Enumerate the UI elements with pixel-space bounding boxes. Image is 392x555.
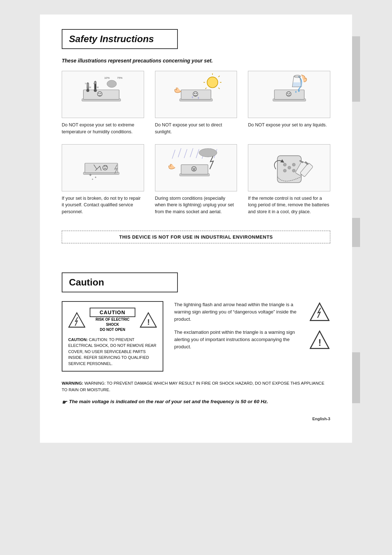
illustration-sun: [155, 71, 237, 118]
svg-text:H: H: [97, 86, 99, 89]
svg-text:✦: ✦: [89, 173, 92, 177]
svg-marker-78: [310, 303, 328, 321]
svg-point-53: [193, 168, 193, 169]
right-tab-bottom: [352, 352, 360, 403]
svg-point-24: [196, 93, 197, 94]
caution-header: Caution: [62, 272, 178, 292]
svg-text:5°: 5°: [85, 82, 87, 85]
caption-liquid: Do NOT expose your set to any liquids.: [248, 122, 330, 129]
lightning-text: The lightning flash and arrow head withi…: [174, 301, 303, 323]
svg-point-4: [100, 93, 101, 94]
svg-text:75%: 75%: [117, 76, 123, 80]
illustration-cell-sun: Do NOT expose your set to direct sunligh…: [155, 71, 237, 135]
svg-text:!: !: [147, 317, 150, 326]
svg-point-23: [194, 93, 195, 94]
svg-point-25: [192, 97, 193, 98]
industrial-warning-text: THIS DEVICE IS NOT FOR USE IN INDUSTRIAL…: [69, 234, 323, 240]
svg-line-57: [178, 148, 181, 157]
svg-line-31: [219, 88, 220, 89]
caption-temp: Do NOT expose your set to extreme temper…: [62, 122, 144, 135]
svg-line-56: [172, 150, 175, 159]
svg-point-10: [94, 89, 97, 92]
svg-point-66: [283, 163, 286, 166]
caution-title: Caution: [69, 277, 171, 288]
caution-right: The lightning flash and arrow head withi…: [174, 301, 330, 357]
svg-point-67: [292, 163, 295, 166]
warning-line: WARNING: WARNING: TO PREVENT DAMAGE WHIC…: [62, 380, 330, 393]
svg-marker-75: [69, 313, 85, 327]
illustration-storm: [155, 144, 237, 191]
svg-line-60: [196, 149, 199, 158]
right-tab-middle: [352, 218, 360, 247]
page-title: Safety Instructions: [69, 33, 171, 45]
svg-point-13: [107, 80, 117, 88]
industrial-warning-box: THIS DEVICE IS NOT FOR USE IN INDUSTRIAL…: [62, 231, 330, 243]
warning-text: WARNING: TO PREVENT DAMAGE WHICH MAY RES…: [62, 381, 324, 392]
svg-rect-8: [87, 87, 89, 89]
caution-body-text: CAUTION: CAUTION: TO PREVENT ELECTRICAL …: [68, 337, 157, 367]
lightning-triangle-left: [68, 311, 85, 329]
svg-point-40: [298, 90, 299, 92]
svg-point-69: [292, 169, 295, 172]
caption-broken: If your set is broken, do not try to rep…: [62, 195, 144, 215]
illustration-liquid: [248, 71, 330, 118]
main-voltage: ☛ The main voltage is indicated on the r…: [62, 399, 330, 406]
illustration-broken: x x ✦ ✦ ✦: [62, 144, 144, 191]
caution-sub1: RISK OF ELECTRIC SHOCK DO NOT OPEN: [90, 317, 135, 332]
exclamation-text: The exclamation point within the triangl…: [174, 329, 303, 351]
caution-section: Caution CAUTION RISK OF ELECTRIC SHOCK D…: [62, 272, 330, 406]
svg-point-6: [86, 89, 89, 92]
svg-point-70: [288, 166, 291, 169]
svg-point-27: [207, 77, 218, 88]
caption-storm: During storm conditions (especially when…: [155, 195, 237, 215]
bullet-icon: ☛: [62, 399, 67, 406]
main-voltage-text: The main voltage is indicated on the rea…: [69, 399, 268, 404]
svg-rect-35: [274, 90, 304, 100]
right-tab-top: [352, 36, 360, 102]
caution-label: CAUTION: [90, 308, 135, 317]
svg-text:!: !: [318, 337, 321, 348]
caption-batteries: If the remote control is not used for a …: [248, 195, 330, 215]
svg-text:✦: ✦: [94, 176, 97, 179]
safety-instructions-header: Safety Instructions: [62, 29, 178, 49]
page-footer: English-3: [62, 417, 330, 421]
footer-text: English-3: [312, 417, 330, 421]
svg-point-26: [198, 97, 199, 99]
svg-text:H: H: [89, 86, 91, 89]
svg-rect-43: [85, 163, 118, 173]
illustrations-subtitle: These illustrations represent precaution…: [62, 58, 330, 64]
lightning-row: The lightning flash and arrow head withi…: [174, 301, 330, 323]
svg-point-64: [199, 149, 217, 157]
caution-box: CAUTION RISK OF ELECTRIC SHOCK DO NOT OP…: [62, 301, 163, 372]
svg-point-41: [295, 91, 296, 93]
illustration-cell-temp: 10% 75% H H 40° 5° Do NOT expose your se…: [62, 71, 144, 135]
page: Safety Instructions These illustrations …: [40, 15, 352, 443]
illustration-batteries: [248, 144, 330, 191]
svg-point-38: [289, 93, 290, 94]
svg-rect-21: [181, 90, 211, 100]
svg-line-29: [219, 76, 220, 77]
illustration-cell-batteries: If the remote control is not used for a …: [248, 144, 330, 215]
caution-box-inner: CAUTION RISK OF ELECTRIC SHOCK DO NOT OP…: [68, 308, 157, 332]
caution-content: CAUTION RISK OF ELECTRIC SHOCK DO NOT OP…: [62, 301, 330, 372]
illustration-cell-liquid: Do NOT expose your set to any liquids.: [248, 71, 330, 135]
illustration-grid: 10% 75% H H 40° 5° Do NOT expose your se…: [62, 71, 330, 215]
svg-point-37: [287, 93, 288, 94]
exclamation-triangle-left: !: [140, 311, 157, 329]
illustration-cell-storm: During storm conditions (especially when…: [155, 144, 237, 215]
svg-rect-12: [95, 84, 96, 89]
exclamation-row: The exclamation point within the triangl…: [174, 329, 330, 351]
svg-line-32: [205, 88, 206, 89]
lightning-triangle-icon: [309, 301, 330, 323]
exclamation-triangle-icon: !: [309, 329, 330, 351]
illustration-cell-broken: x x ✦ ✦ ✦ If your set is broken, do not …: [62, 144, 144, 215]
svg-line-59: [190, 148, 193, 157]
svg-point-68: [283, 169, 286, 172]
svg-point-54: [194, 168, 195, 169]
caption-sun: Do NOT expose your set to direct sunligh…: [155, 122, 237, 135]
svg-line-58: [184, 149, 187, 158]
svg-point-3: [98, 93, 99, 94]
illustration-temp: 10% 75% H H 40° 5°: [62, 71, 144, 118]
svg-text:✦: ✦: [91, 178, 94, 181]
svg-text:40°: 40°: [93, 82, 97, 85]
